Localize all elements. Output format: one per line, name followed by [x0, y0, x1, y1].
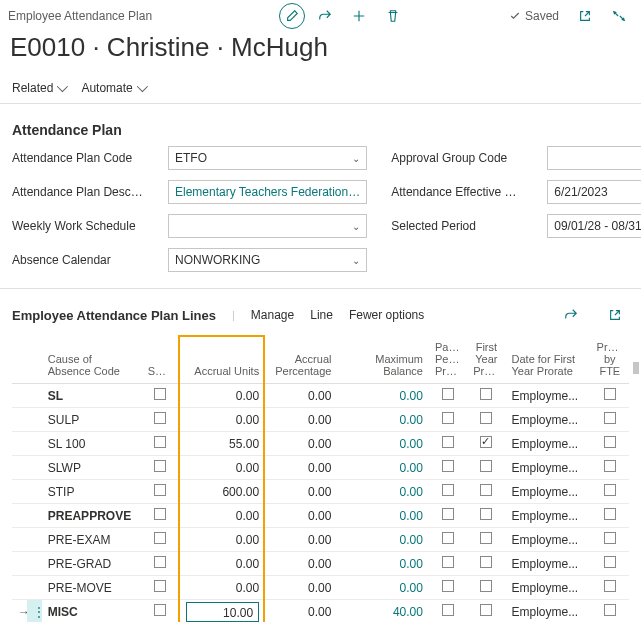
table-row[interactable]: PREAPPROVE 0.00 0.00 0.00 Employme...	[12, 504, 629, 528]
checkbox[interactable]	[480, 604, 492, 616]
row-menu[interactable]	[27, 528, 42, 552]
accrual-pct-cell[interactable]: 0.00	[265, 504, 337, 528]
col-max[interactable]: Maximum Balance	[337, 335, 428, 384]
fyp-cell[interactable]	[467, 528, 505, 552]
fyp-cell[interactable]	[467, 576, 505, 600]
checkbox[interactable]	[480, 580, 492, 592]
input-weekly[interactable]: ⌄	[168, 214, 367, 238]
accrual-units-cell[interactable]: 0.00	[178, 552, 265, 576]
max-balance-cell[interactable]: 0.00	[337, 432, 428, 456]
accrual-units-cell[interactable]: 10.00	[186, 602, 259, 622]
checkbox[interactable]	[154, 412, 166, 424]
checkbox[interactable]	[442, 436, 454, 448]
absence-code-cell[interactable]: PRE-MOVE	[42, 576, 142, 600]
delete-icon[interactable]	[379, 2, 407, 30]
fyp-cell[interactable]	[467, 384, 505, 408]
fyp-cell[interactable]	[467, 600, 505, 623]
absence-code-cell[interactable]: MISC	[42, 600, 142, 623]
date-cell[interactable]: Employme...	[506, 408, 591, 432]
pfte-cell[interactable]	[591, 456, 629, 480]
checkbox[interactable]	[154, 460, 166, 472]
checkbox[interactable]	[442, 556, 454, 568]
pfte-cell[interactable]	[591, 504, 629, 528]
pfte-cell[interactable]	[591, 384, 629, 408]
max-balance-cell[interactable]: 0.00	[337, 408, 428, 432]
checkbox[interactable]	[604, 484, 616, 496]
seq-cell[interactable]	[142, 552, 178, 576]
absence-code-cell[interactable]: PRE-GRAD	[42, 552, 142, 576]
max-balance-cell[interactable]: 0.00	[337, 576, 428, 600]
input-plan-code[interactable]: ETFO⌄	[168, 146, 367, 170]
accrual-pct-cell[interactable]: 0.00	[265, 552, 337, 576]
accrual-units-cell[interactable]: 0.00	[178, 504, 265, 528]
checkbox[interactable]	[480, 508, 492, 520]
date-cell[interactable]: Employme...	[506, 432, 591, 456]
checkbox[interactable]	[154, 532, 166, 544]
col-pfte[interactable]: Pror... by FTE	[591, 335, 629, 384]
edit-icon[interactable]	[279, 3, 305, 29]
table-row[interactable]: PRE-MOVE 0.00 0.00 0.00 Employme...	[12, 576, 629, 600]
accrual-pct-cell[interactable]: 0.00	[265, 408, 337, 432]
lines-popout-icon[interactable]	[601, 301, 629, 329]
row-menu[interactable]: ⋮	[27, 600, 42, 623]
checkbox[interactable]	[480, 436, 492, 448]
checkbox[interactable]	[604, 388, 616, 400]
row-menu[interactable]	[27, 480, 42, 504]
pfte-cell[interactable]	[591, 600, 629, 623]
absence-code-cell[interactable]: PREAPPROVE	[42, 504, 142, 528]
menu-automate[interactable]: Automate	[81, 73, 144, 103]
input-calendar[interactable]: NONWORKING⌄	[168, 248, 367, 272]
table-row[interactable]: SULP 0.00 0.00 0.00 Employme...	[12, 408, 629, 432]
checkbox[interactable]	[442, 580, 454, 592]
row-menu[interactable]	[27, 408, 42, 432]
checkbox[interactable]	[604, 580, 616, 592]
max-balance-cell[interactable]: 0.00	[337, 504, 428, 528]
checkbox[interactable]	[154, 484, 166, 496]
col-seq[interactable]: Seq...	[142, 335, 178, 384]
checkbox[interactable]	[154, 436, 166, 448]
max-balance-cell[interactable]: 0.00	[337, 552, 428, 576]
max-balance-cell[interactable]: 40.00	[337, 600, 428, 623]
seq-cell[interactable]	[142, 456, 178, 480]
checkbox[interactable]	[604, 412, 616, 424]
accrual-units-cell[interactable]: 0.00	[178, 384, 265, 408]
absence-code-cell[interactable]: SL	[42, 384, 142, 408]
max-balance-cell[interactable]: 0.00	[337, 456, 428, 480]
seq-cell[interactable]	[142, 576, 178, 600]
checkbox[interactable]	[442, 604, 454, 616]
checkbox[interactable]	[604, 532, 616, 544]
popout-icon[interactable]	[571, 2, 599, 30]
lines-grid[interactable]: Cause of Absence Code Seq... Accrual Uni…	[12, 335, 629, 622]
accrual-pct-cell[interactable]: 0.00	[265, 600, 337, 623]
input-effective[interactable]: 6/21/2023	[547, 180, 641, 204]
ppp-cell[interactable]	[429, 408, 467, 432]
date-cell[interactable]: Employme...	[506, 600, 591, 623]
row-menu[interactable]	[27, 504, 42, 528]
accrual-pct-cell[interactable]: 0.00	[265, 528, 337, 552]
fyp-cell[interactable]	[467, 480, 505, 504]
action-line[interactable]: Line	[310, 308, 333, 322]
pfte-cell[interactable]	[591, 552, 629, 576]
checkbox[interactable]	[154, 580, 166, 592]
lines-share-icon[interactable]	[557, 301, 585, 329]
seq-cell[interactable]	[142, 384, 178, 408]
ppp-cell[interactable]	[429, 432, 467, 456]
checkbox[interactable]	[480, 532, 492, 544]
row-menu[interactable]	[27, 456, 42, 480]
accrual-pct-cell[interactable]: 0.00	[265, 480, 337, 504]
col-fyp[interactable]: First Year Pror...	[467, 335, 505, 384]
pfte-cell[interactable]	[591, 408, 629, 432]
fyp-cell[interactable]	[467, 504, 505, 528]
input-period[interactable]: 09/01/28 - 08/31/29···	[547, 214, 641, 238]
col-units[interactable]: Accrual Units	[178, 335, 265, 384]
ppp-cell[interactable]	[429, 384, 467, 408]
col-ppp[interactable]: Part... Peri... Pror...	[429, 335, 467, 384]
absence-code-cell[interactable]: SULP	[42, 408, 142, 432]
accrual-pct-cell[interactable]: 0.00	[265, 576, 337, 600]
checkbox[interactable]	[480, 556, 492, 568]
seq-cell[interactable]	[142, 408, 178, 432]
checkbox[interactable]	[604, 460, 616, 472]
input-plan-desc[interactable]: Elementary Teachers Federation…	[168, 180, 367, 204]
share-icon[interactable]	[311, 2, 339, 30]
pfte-cell[interactable]	[591, 528, 629, 552]
